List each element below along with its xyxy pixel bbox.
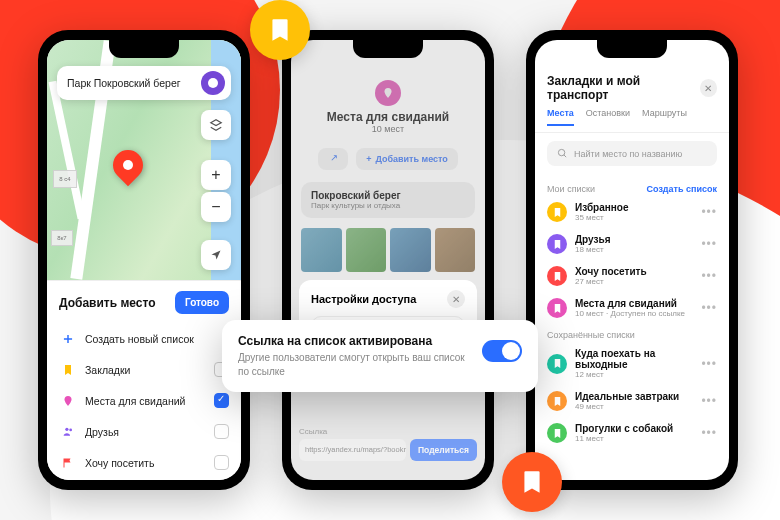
more-button[interactable]: ••• xyxy=(701,237,717,251)
link-input[interactable]: https://yandex.ru/maps/?bookmarks%57 xyxy=(299,439,406,461)
bookmark-list-row[interactable]: Куда поехать на выходные12 мест••• xyxy=(547,342,717,385)
more-button[interactable]: ••• xyxy=(701,269,717,283)
list-row[interactable]: Друзья xyxy=(59,416,229,447)
tab-Маршруты[interactable]: Маршруты xyxy=(642,108,687,126)
list-row-label: Закладки xyxy=(85,364,206,376)
tab-Остановки[interactable]: Остановки xyxy=(586,108,630,126)
toast-title: Ссылка на список активирована xyxy=(238,334,470,348)
list-row-label: Места для свиданий xyxy=(85,395,206,407)
done-button[interactable]: Готово xyxy=(175,291,229,314)
tab-Места[interactable]: Места xyxy=(547,108,574,126)
link-label: Ссылка xyxy=(299,427,477,436)
share-toggle[interactable] xyxy=(482,340,522,362)
list-color-icon xyxy=(547,298,567,318)
more-button[interactable]: ••• xyxy=(701,394,717,408)
list-row-label: Хочу посетить xyxy=(85,457,206,469)
zoom-in-button[interactable]: + xyxy=(201,160,231,190)
locate-button[interactable] xyxy=(201,240,231,270)
phone-share: Места для свиданий 10 мест + Добавить ме… xyxy=(282,30,494,490)
search-text: Парк Покровский берег xyxy=(67,77,201,89)
photo-thumb[interactable] xyxy=(301,228,342,272)
list-icon xyxy=(375,80,401,106)
layers-button[interactable] xyxy=(201,110,231,140)
share-chip[interactable] xyxy=(318,148,348,170)
list-subtitle: 18 мест xyxy=(575,245,693,254)
phone-map: 8 с4 8к7 Парк Покровский берег + − Добав… xyxy=(38,30,250,490)
checkbox[interactable] xyxy=(214,455,229,470)
create-list-link[interactable]: Создать список xyxy=(647,184,718,194)
locate-icon xyxy=(210,249,222,261)
people-icon xyxy=(59,425,77,438)
bookmark-list-row[interactable]: Друзья18 мест••• xyxy=(547,228,717,260)
list-subtitle: 12 мест xyxy=(575,370,693,379)
list-row-label: Друзья xyxy=(85,426,206,438)
list-title: Избранное xyxy=(575,202,693,213)
plus-icon xyxy=(59,332,77,346)
checkbox[interactable] xyxy=(214,393,229,408)
photo-thumb[interactable] xyxy=(390,228,431,272)
close-button[interactable]: ✕ xyxy=(700,79,717,97)
more-button[interactable]: ••• xyxy=(701,357,717,371)
more-button[interactable]: ••• xyxy=(701,426,717,440)
notch xyxy=(597,40,667,58)
bookmark-list-row[interactable]: Хочу посетить27 мест••• xyxy=(547,260,717,292)
notch xyxy=(353,40,423,58)
list-title: Места для свиданий xyxy=(575,298,693,309)
list-title: Друзья xyxy=(575,234,693,245)
bookmark-icon xyxy=(267,17,293,43)
add-place-chip[interactable]: + Добавить место xyxy=(356,148,458,170)
checkbox[interactable] xyxy=(214,424,229,439)
map-pin[interactable] xyxy=(107,144,149,186)
place-title: Покровский берег xyxy=(311,190,465,201)
list-title: Прогулки с собакой xyxy=(575,423,693,434)
bookmark-icon xyxy=(59,364,77,376)
more-button[interactable]: ••• xyxy=(701,301,717,315)
place-card[interactable]: Покровский берег Парк культуры и отдыха xyxy=(301,182,475,218)
list-color-icon xyxy=(547,423,567,443)
share-icon xyxy=(328,154,338,164)
zoom-out-button[interactable]: − xyxy=(201,192,231,222)
layers-icon xyxy=(209,118,223,132)
section-title: Сохранённые списки xyxy=(547,330,635,340)
access-title: Настройки доступа xyxy=(311,293,416,305)
map-area[interactable]: 8 с4 8к7 Парк Покровский берег + − xyxy=(47,40,241,280)
sheet-title: Добавить место xyxy=(59,296,156,310)
list-row[interactable]: Создать новый список xyxy=(59,324,229,354)
list-color-icon xyxy=(547,354,567,374)
bookmark-list-row[interactable]: Идеальные завтраки49 мест••• xyxy=(547,385,717,417)
list-color-icon xyxy=(547,234,567,254)
voice-assistant-icon[interactable] xyxy=(201,71,225,95)
list-row[interactable]: Закладки xyxy=(59,354,229,385)
search-icon xyxy=(557,148,568,159)
link-box: Ссылка https://yandex.ru/maps/?bookmarks… xyxy=(299,427,477,461)
photo-thumb[interactable] xyxy=(435,228,476,272)
search-placeholder: Найти место по названию xyxy=(574,149,682,159)
bookmark-list-row[interactable]: Места для свиданий10 мест · Доступен по … xyxy=(547,292,717,324)
photo-thumb[interactable] xyxy=(346,228,387,272)
pin-icon xyxy=(59,395,77,407)
notch xyxy=(109,40,179,58)
share-button[interactable]: Поделиться xyxy=(410,439,477,461)
map-road xyxy=(49,81,86,220)
bookmark-icon xyxy=(519,469,545,495)
bookmark-list-row[interactable]: Избранное35 мест••• xyxy=(547,196,717,228)
close-button[interactable]: ✕ xyxy=(447,290,465,308)
svg-point-0 xyxy=(65,428,68,431)
bookmark-list-row[interactable]: Прогулки с собакой11 мест••• xyxy=(547,417,717,449)
bookmark-badge-top xyxy=(250,0,310,60)
section-title: Мои списки xyxy=(547,184,595,194)
map-building: 8к7 xyxy=(51,230,73,246)
tabs: МестаОстановкиМаршруты xyxy=(535,108,729,133)
search-input[interactable]: Найти место по названию xyxy=(547,141,717,166)
list-row-label: Создать новый список xyxy=(85,333,229,345)
svg-point-2 xyxy=(558,149,564,155)
svg-point-1 xyxy=(69,429,72,432)
list-row[interactable]: Места для свиданий xyxy=(59,385,229,416)
list-color-icon xyxy=(547,391,567,411)
list-title: Хочу посетить xyxy=(575,266,693,277)
list-subtitle: 27 мест xyxy=(575,277,693,286)
list-color-icon xyxy=(547,202,567,222)
more-button[interactable]: ••• xyxy=(701,205,717,219)
search-bar[interactable]: Парк Покровский берег xyxy=(57,66,231,100)
list-row[interactable]: Хочу посетить xyxy=(59,447,229,478)
